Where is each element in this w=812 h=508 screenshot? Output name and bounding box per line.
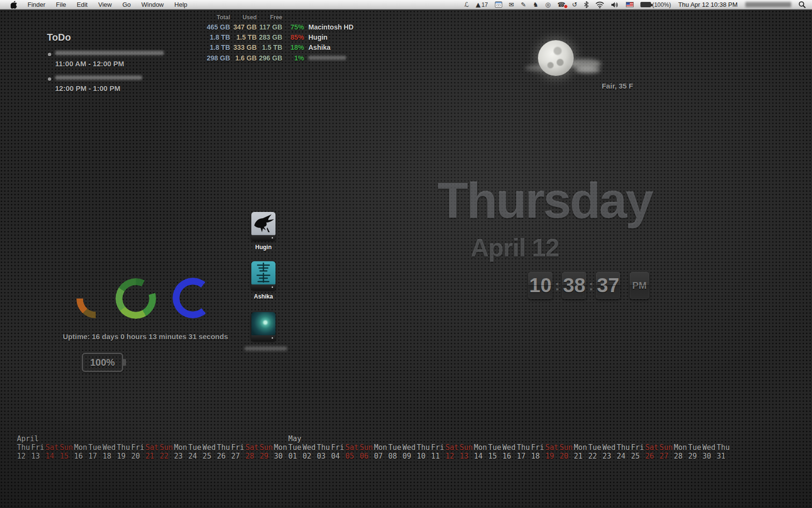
calendar-day-number: 12: [445, 452, 460, 461]
calendar-month-label: [303, 434, 317, 443]
calendar-weekday: Fri: [231, 443, 246, 452]
battery-menu-icon[interactable]: (100%): [637, 0, 674, 10]
menu-finder[interactable]: Finder: [22, 0, 51, 10]
disk-free: 1.5 TB: [257, 44, 282, 51]
calendar-day-column: Wed 23: [602, 434, 617, 461]
calendar-weekday: Tue: [588, 443, 603, 452]
calendar-day-column: Wed 16: [503, 434, 517, 461]
calendar-month-label: [702, 434, 717, 443]
disk-row: 1.8 TB 333 GB 1.5 TB 18% Ashika: [197, 43, 353, 53]
calendar-day-number: 19: [117, 452, 131, 461]
battery-widget: 100%: [82, 353, 123, 372]
calendar-day-column: Fri 25: [631, 434, 646, 461]
calendar-weekday: Sat: [645, 443, 660, 452]
calendar-day-column: Sat 19: [545, 434, 560, 461]
volume-icon[interactable]: [608, 0, 623, 10]
calendar-day-column: Thu 19: [117, 434, 131, 461]
drive-icon-redacted[interactable]: [250, 312, 277, 341]
disk-name: Ashika: [304, 44, 331, 51]
drive-base: [251, 235, 276, 240]
calendar-day-column: Thu 26: [217, 434, 232, 461]
calendar-day-number: 20: [131, 452, 145, 461]
calendar-month-label: [131, 434, 145, 443]
calendar-month-label: [631, 434, 646, 443]
adobe-updater-icon[interactable]: ▲17: [472, 0, 491, 10]
calendar-month-label: [102, 434, 117, 443]
calendar-month-label: [617, 434, 631, 443]
calendar-day-number: 26: [217, 452, 232, 461]
calendar-weekday: Thu: [317, 443, 331, 452]
calendar-weekday: Sun: [160, 443, 174, 452]
calendar-day-column: Sun 15: [60, 434, 74, 461]
calendar-day-column: Tue 08: [388, 434, 403, 461]
calendar-month-label: [688, 434, 703, 443]
menu-edit[interactable]: Edit: [72, 0, 93, 10]
calendar-weekday: Tue: [488, 443, 503, 452]
ashika-kanji-icon: [251, 261, 276, 284]
evernote-icon[interactable]: ♞: [529, 0, 542, 10]
calendar-day-number: 19: [545, 452, 560, 461]
battery-percent: 100%: [90, 357, 115, 368]
calendar-day-number: 22: [588, 452, 603, 461]
galaxy-swirl-icon: [251, 312, 276, 335]
calendar-weekday: Sun: [660, 443, 674, 452]
todo-bullet-icon: [48, 77, 51, 81]
disk-name: Macintosh HD: [304, 23, 353, 31]
todo-event-time: 11:00 AM - 12:00 PM: [55, 60, 164, 68]
calendar-day-column: Wed 25: [203, 434, 217, 461]
user-name-redacted[interactable]: [745, 2, 791, 7]
menu-file[interactable]: File: [51, 0, 72, 10]
calendar-day-number: 18: [531, 452, 546, 461]
disk-name: Hugin: [304, 33, 328, 41]
calendar-month-label: [74, 434, 88, 443]
menu-view[interactable]: View: [93, 0, 117, 10]
calendar-day-number: 22: [160, 452, 174, 461]
menu-go[interactable]: Go: [117, 0, 136, 10]
calendar-day-number: 21: [145, 452, 160, 461]
calendar-day-column: Mon 21: [574, 434, 588, 461]
calendar-weekday: Sat: [346, 443, 360, 452]
mail-icon[interactable]: ✉: [506, 0, 518, 10]
drive-base: [251, 284, 276, 290]
calendar-weekday: Thu: [117, 443, 131, 452]
time-machine-icon[interactable]: ↺: [569, 0, 581, 10]
todo-event-time: 12:00 PM - 1:00 PM: [55, 84, 142, 92]
calendar-weekday: Tue: [388, 443, 403, 452]
wifi-icon[interactable]: [592, 0, 608, 10]
calendar-day-number: 13: [460, 452, 474, 461]
calendar-day-column: Sat 14: [45, 434, 60, 461]
launchbar-icon[interactable]: ℒ: [461, 0, 472, 10]
bluetooth-icon[interactable]: [580, 0, 592, 10]
menu-bar-clock[interactable]: Thu Apr 12 10:38 PM: [674, 1, 741, 8]
menu-help[interactable]: Help: [169, 0, 193, 10]
menu-window[interactable]: Window: [136, 0, 169, 10]
input-language-flag-icon[interactable]: [623, 0, 637, 10]
calendar-day-number: 14: [45, 452, 60, 461]
calendar-day-number: 30: [702, 452, 717, 461]
caffeine-icon[interactable]: ◎: [542, 0, 554, 10]
calendar-day-number: 25: [631, 452, 646, 461]
calendar-weekday: Mon: [274, 443, 289, 452]
apple-menu[interactable]: [6, 1, 22, 9]
calendar-day-column: Sun 22: [160, 434, 174, 461]
calendar-day-number: 10: [417, 452, 431, 461]
drive-icon-hugin[interactable]: Hugin: [250, 212, 277, 251]
calendar-day-column: Fri 20: [131, 434, 145, 461]
calendar-weekday: Thu: [717, 443, 731, 452]
skitch-icon[interactable]: ✎: [517, 0, 529, 10]
calendar-day-number: 21: [574, 452, 588, 461]
phone-sync-icon[interactable]: ☎: [554, 0, 568, 10]
calendar-month-label: [531, 434, 546, 443]
calendar-weekday: Wed: [702, 443, 717, 452]
calendar-weekday: Wed: [102, 443, 117, 452]
todo-item: 12:00 PM - 1:00 PM: [47, 75, 164, 92]
spotlight-icon[interactable]: [795, 0, 809, 10]
calendar-menu-icon[interactable]: [492, 0, 506, 10]
drive-icon-ashika[interactable]: Ashika: [250, 261, 277, 300]
calendar-weekday: Wed: [303, 443, 317, 452]
calendar-day-column: Fri 27: [231, 434, 246, 461]
calendar-day-number: 08: [388, 452, 403, 461]
calendar-month-label: [246, 434, 260, 443]
drive-base: [251, 335, 276, 341]
disk-total: 1.8 TB: [197, 44, 230, 51]
